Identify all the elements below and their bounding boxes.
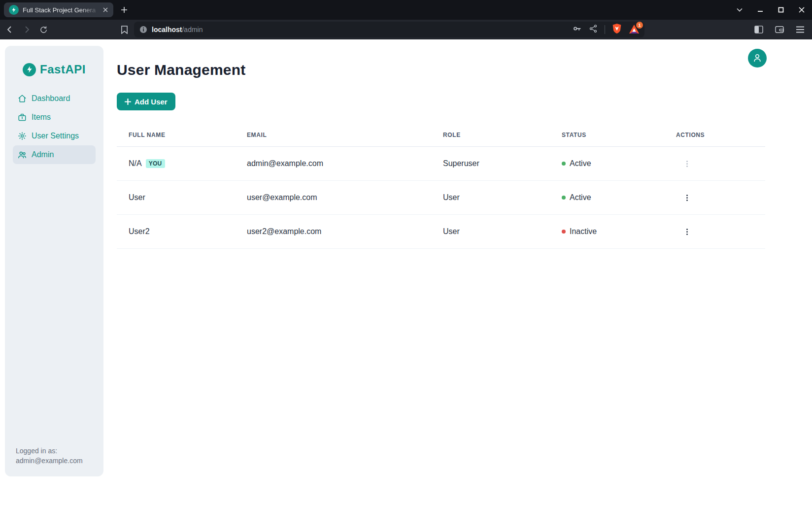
sidebar-item-label: User Settings <box>32 132 79 140</box>
divider <box>605 25 605 34</box>
cell-role: User <box>431 227 550 236</box>
fastapi-logo-icon <box>23 63 36 76</box>
cell-status: Active <box>550 159 664 168</box>
user-avatar-button[interactable] <box>748 49 767 67</box>
cell-status: Inactive <box>550 227 664 236</box>
cell-full-name: N/A YOU <box>117 159 235 168</box>
status-dot <box>562 230 566 234</box>
sidebar-item-dashboard[interactable]: Dashboard <box>13 89 96 108</box>
row-actions-menu-icon[interactable] <box>683 161 691 167</box>
sidebar-item-user-settings[interactable]: User Settings <box>13 127 96 145</box>
menu-hamburger-icon[interactable] <box>794 24 806 35</box>
table-row: User user@example.com User Active <box>117 181 765 215</box>
cell-email: user2@example.com <box>235 227 431 236</box>
main-content: User Management Add User FULL NAME EMAIL… <box>117 39 812 249</box>
cell-full-name: User <box>117 193 235 202</box>
tab-title: Full Stack Project Genera <box>23 6 102 14</box>
wallet-icon[interactable] <box>774 24 785 35</box>
full-name-text: User2 <box>129 227 150 236</box>
site-info-icon[interactable] <box>139 25 148 34</box>
page-title: User Management <box>117 62 812 78</box>
home-icon <box>18 94 27 103</box>
cell-actions <box>664 229 765 235</box>
column-header-actions: ACTIONS <box>664 132 765 138</box>
add-user-label: Add User <box>135 98 168 106</box>
table-row: N/A YOU admin@example.com Superuser Acti… <box>117 147 765 181</box>
table-header-row: FULL NAME EMAIL ROLE STATUS ACTIONS <box>117 124 765 147</box>
cell-full-name: User2 <box>117 227 235 236</box>
app-page: FastAPI Dashboard Items User Settings <box>0 39 812 505</box>
url-path: /admin <box>182 26 203 34</box>
sidebar-nav: Dashboard Items User Settings Admin <box>5 89 103 164</box>
close-window-button[interactable] <box>796 4 807 15</box>
column-header-full-name: FULL NAME <box>117 132 235 138</box>
cell-actions <box>664 195 765 201</box>
cell-email: user@example.com <box>235 193 431 202</box>
sidebar-item-items[interactable]: Items <box>13 108 96 127</box>
briefcase-icon <box>18 113 27 122</box>
logged-in-label: Logged in as: <box>16 446 83 456</box>
column-header-role: ROLE <box>431 132 550 138</box>
minimize-button[interactable] <box>755 4 766 15</box>
users-table: FULL NAME EMAIL ROLE STATUS ACTIONS N/A … <box>117 124 765 249</box>
tab-close-icon[interactable] <box>102 6 109 14</box>
sidebar-item-label: Dashboard <box>32 94 70 103</box>
cell-status: Active <box>550 193 664 202</box>
sidebar-item-admin[interactable]: Admin <box>13 145 96 164</box>
status-text: Inactive <box>570 227 597 236</box>
fastapi-logo-text: FastAPI <box>40 63 86 76</box>
status-text: Active <box>570 159 591 168</box>
password-key-icon[interactable] <box>572 24 582 35</box>
brave-rewards-icon[interactable]: 1 <box>629 24 640 35</box>
logged-in-info: Logged in as: admin@example.com <box>16 446 83 466</box>
row-actions-menu-icon[interactable] <box>683 229 691 235</box>
cell-actions <box>664 161 765 167</box>
status-dot <box>562 162 566 166</box>
cell-role: Superuser <box>431 159 550 168</box>
fastapi-logo: FastAPI <box>5 63 103 76</box>
status-dot <box>562 196 566 200</box>
url-text: localhost/admin <box>152 26 203 34</box>
bookmark-icon[interactable] <box>117 23 131 36</box>
column-header-status: STATUS <box>550 132 664 138</box>
app-sidebar: FastAPI Dashboard Items User Settings <box>5 46 103 476</box>
status-text: Active <box>570 193 591 202</box>
user-icon <box>752 53 762 64</box>
tab-strip: Full Stack Project Genera <box>0 0 812 20</box>
browser-tab[interactable]: Full Stack Project Genera <box>4 2 113 17</box>
forward-button[interactable] <box>20 23 34 36</box>
users-icon <box>18 150 27 159</box>
address-bar[interactable]: localhost/admin 1 <box>134 22 644 37</box>
row-actions-menu-icon[interactable] <box>683 195 691 201</box>
back-button[interactable] <box>3 23 17 36</box>
cell-email: admin@example.com <box>235 159 431 168</box>
sidebar-item-label: Items <box>32 113 51 122</box>
share-icon[interactable] <box>589 24 598 35</box>
cell-role: User <box>431 193 550 202</box>
table-row: User2 user2@example.com User Inactive <box>117 215 765 249</box>
fastapi-favicon-icon <box>9 5 19 15</box>
sidebar-item-label: Admin <box>32 150 54 159</box>
logged-in-email: admin@example.com <box>16 456 83 466</box>
column-header-email: EMAIL <box>235 132 431 138</box>
sidebar-panel-icon[interactable] <box>753 24 765 35</box>
brave-shield-icon[interactable] <box>612 23 622 36</box>
browser-toolbar: localhost/admin 1 <box>0 20 812 39</box>
rewards-badge: 1 <box>636 22 643 29</box>
you-badge: YOU <box>146 159 165 168</box>
tab-search-chevron-icon[interactable] <box>734 4 745 15</box>
full-name-text: N/A <box>129 159 142 168</box>
add-user-button[interactable]: Add User <box>117 93 175 110</box>
gear-icon <box>18 132 27 140</box>
full-name-text: User <box>129 193 145 202</box>
reload-button[interactable] <box>36 23 50 36</box>
maximize-button[interactable] <box>776 4 786 15</box>
new-tab-button[interactable] <box>118 4 130 16</box>
url-host: localhost <box>152 26 182 34</box>
plus-icon <box>125 99 131 105</box>
